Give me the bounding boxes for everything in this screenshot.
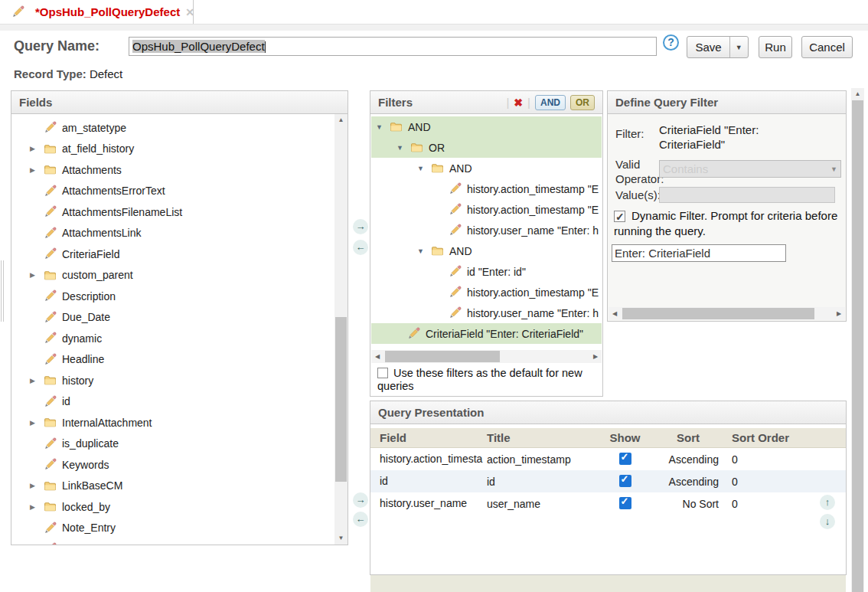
field-item[interactable]: ▶ custom_parent [11, 265, 334, 286]
expander-icon[interactable]: ▶ [30, 166, 44, 174]
expander-icon[interactable]: ▶ [30, 145, 44, 152]
scrollbar-thumb[interactable] [852, 100, 863, 592]
delete-filter-icon[interactable]: ✖ [514, 96, 523, 109]
table-row[interactable]: id id Ascending 0 [370, 470, 846, 492]
dynamic-filter-checkbox[interactable] [614, 211, 625, 222]
expander-icon[interactable]: ▶ [30, 482, 44, 489]
field-item[interactable]: id [11, 391, 334, 413]
scroll-right-icon[interactable]: ▶ [833, 307, 845, 320]
expander-icon[interactable]: ▼ [396, 144, 410, 152]
define-horizontal-scrollbar[interactable]: ◀ ▶ [609, 307, 845, 320]
field-item[interactable]: ▶ LinkBaseCM [11, 476, 334, 497]
fields-scrollbar[interactable]: ▲ ▼ [334, 114, 348, 545]
pencil-icon [44, 395, 57, 408]
scrollbar-thumb[interactable] [622, 308, 814, 319]
move-right-arrow-button[interactable]: → [353, 219, 368, 234]
scroll-down-icon[interactable]: ▼ [334, 532, 348, 545]
expander-icon[interactable]: ▶ [30, 377, 44, 384]
tab-opshub-pollquerydefect[interactable]: *OpsHub_PollQueryDefect ✕ [4, 0, 194, 24]
cancel-button[interactable]: Cancel [801, 36, 853, 58]
cell-sort-order[interactable]: 0 [732, 476, 816, 488]
cell-sort[interactable]: Ascending [658, 453, 719, 466]
field-item[interactable]: Note_Entry [11, 518, 334, 539]
cell-sort[interactable]: No Sort [658, 498, 719, 510]
field-item[interactable]: ▶ locked_by [11, 496, 334, 518]
expander-icon[interactable]: ▼ [376, 123, 390, 131]
toolbar-separator: | [506, 96, 509, 109]
field-item[interactable]: ▶ history [11, 370, 334, 391]
table-row[interactable]: history.user_name user_name No Sort 0 [370, 492, 846, 515]
move-row-down-button[interactable]: ↓ [820, 514, 835, 529]
move-row-up-button[interactable]: ↑ [820, 495, 835, 510]
expander-icon[interactable]: ▶ [30, 419, 44, 427]
scrollbar-thumb[interactable] [335, 317, 347, 482]
field-item[interactable]: dynamic [11, 328, 334, 349]
field-item[interactable]: CriteriaField [11, 244, 334, 265]
filter-node[interactable]: ▼ AND [371, 240, 602, 261]
expander-icon[interactable]: ▼ [417, 247, 431, 255]
move-left-arrow-button[interactable]: ← [353, 240, 368, 255]
show-checkbox[interactable] [619, 475, 631, 487]
table-row[interactable]: history.action_timestamp action_timestam… [370, 448, 846, 470]
save-dropdown-arrow-icon[interactable]: ▼ [729, 37, 748, 57]
field-item[interactable]: Headline [11, 349, 334, 371]
cell-sort[interactable]: Ascending [658, 476, 719, 488]
cell-sort-order[interactable]: 0 [732, 498, 816, 510]
field-item[interactable]: AttachmentsErrorText [11, 181, 334, 202]
tab-close-icon[interactable]: ✕ [185, 6, 194, 18]
show-checkbox[interactable] [619, 453, 631, 465]
field-item[interactable]: AttachmentsLink [11, 223, 334, 244]
run-button[interactable]: Run [759, 36, 792, 58]
expander-icon[interactable]: ▶ [30, 503, 44, 511]
filter-node[interactable]: history.action_timestamp "E [371, 282, 602, 303]
filter-node[interactable]: history.action_timestamp "E [371, 199, 602, 220]
scroll-left-icon[interactable]: ◀ [609, 307, 621, 320]
field-item[interactable]: Keywords [11, 454, 334, 476]
move-right-arrow-button[interactable]: → [353, 492, 368, 508]
move-left-arrow-button[interactable]: ← [353, 512, 368, 527]
fields-panel: Fields am_statetype [11, 90, 348, 545]
left-splitter[interactable] [1, 260, 4, 322]
filter-node[interactable]: ▼ AND [371, 158, 602, 178]
field-item[interactable]: Description [11, 286, 334, 307]
scroll-up-icon[interactable]: ▲ [851, 88, 864, 100]
query-name-input[interactable]: OpsHub_PollQueryDefect [129, 37, 657, 56]
valid-operator-dropdown[interactable]: Contains ▼ [659, 160, 841, 178]
filters-panel: Filters | ✖ | AND OR ▼ AND [370, 90, 603, 397]
filter-node[interactable]: ▼ OR [371, 137, 602, 158]
expander-icon[interactable]: ▶ [30, 271, 44, 279]
criteria-prompt-input[interactable]: Enter: CriteriaField [612, 244, 786, 262]
field-item[interactable]: am_statetype [11, 117, 334, 139]
default-filters-option[interactable]: Use these filters as the default for new… [377, 367, 598, 393]
dynamic-filter-option[interactable]: Dynamic Filter. Prompt for criteria befo… [614, 208, 840, 239]
scrollbar-thumb[interactable] [385, 351, 500, 362]
field-item[interactable]: ▶ InternalAttachment [11, 412, 334, 433]
scroll-left-icon[interactable]: ◀ [371, 350, 383, 363]
filter-node[interactable]: history.action_timestamp "E [371, 178, 602, 199]
scroll-up-icon[interactable]: ▲ [334, 114, 348, 126]
filter-node[interactable]: history.user_name "Enter: h [371, 303, 602, 323]
field-item[interactable]: Notes_Log [11, 538, 334, 545]
cell-sort-order[interactable]: 0 [732, 453, 816, 466]
filter-node[interactable]: id "Enter: id" [371, 261, 602, 282]
field-item[interactable]: AttachmentsFilenameList [11, 201, 334, 223]
default-filters-checkbox[interactable] [377, 368, 388, 378]
filter-node[interactable]: history.user_name "Enter: h [371, 220, 602, 240]
scroll-right-icon[interactable]: ▶ [589, 350, 602, 363]
show-checkbox[interactable] [619, 497, 631, 509]
page-scrollbar[interactable]: ▲ [851, 88, 864, 592]
help-icon[interactable]: ? [663, 34, 679, 51]
field-item[interactable]: Due_Date [11, 307, 334, 329]
expander-icon[interactable]: ▼ [417, 165, 431, 172]
field-item[interactable]: ▶ Attachments [11, 159, 334, 181]
filter-node[interactable]: CriteriaField "Enter: CriteriaField" [371, 323, 602, 344]
field-item[interactable]: ▶ at_field_history [11, 139, 334, 160]
and-button[interactable]: AND [535, 95, 566, 110]
values-input[interactable] [659, 187, 835, 203]
field-item[interactable]: is_duplicate [11, 433, 334, 455]
save-button[interactable]: Save ▼ [687, 36, 749, 58]
toolbar-separator: | [527, 96, 530, 109]
or-button[interactable]: OR [570, 95, 595, 110]
filter-node[interactable]: ▼ AND [371, 116, 602, 137]
filters-horizontal-scrollbar[interactable]: ◀ ▶ [371, 350, 602, 363]
